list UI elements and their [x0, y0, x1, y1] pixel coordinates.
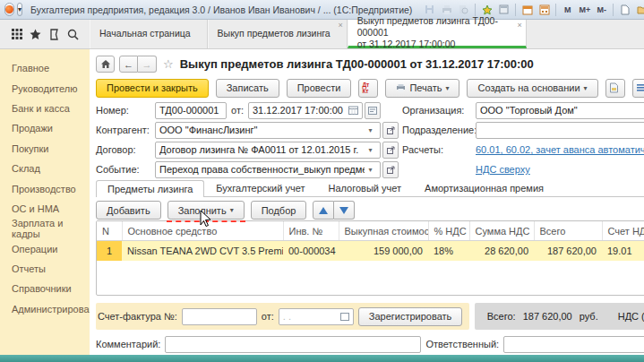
tab-depreciation-bonus[interactable]: Амортизационная премия [413, 179, 555, 196]
contract-input[interactable]: Договор лизинга № ФА0011 от 12.01.2015 г… [155, 142, 381, 159]
tab-leasing-buyout-list[interactable]: Выкуп предметов лизинга × [208, 20, 348, 48]
home-button[interactable] [96, 56, 115, 73]
organization-input[interactable]: ООО "Торговый Дом"▾ [476, 102, 644, 119]
counterparty-open-button[interactable] [382, 122, 399, 139]
open-document-icon[interactable] [634, 3, 644, 17]
number-input[interactable]: ТД00-000001 [155, 102, 227, 119]
invoice-date-input[interactable]: . . [279, 308, 354, 325]
post-button[interactable]: Провести [287, 79, 352, 98]
history-menu-icon[interactable] [47, 27, 62, 41]
event-input[interactable]: Переход права собственности_выкуп предме… [155, 161, 381, 178]
sections-menu-icon[interactable] [9, 27, 24, 41]
sidebar-item-main[interactable]: Главное [0, 58, 90, 78]
file-icon [609, 82, 619, 93]
nav-back-button[interactable]: ← [119, 56, 138, 73]
register-invoice-button[interactable]: Зарегистрировать [358, 307, 463, 326]
move-row-down-button[interactable] [334, 201, 355, 220]
col-buyout-price[interactable]: Выкупная стоимость [339, 221, 428, 241]
tab-home-page[interactable]: Начальная страница [90, 20, 208, 48]
sidebar-item-operations[interactable]: Операции [0, 239, 90, 259]
currency-label: руб. [580, 311, 598, 322]
comment-input[interactable] [165, 336, 421, 353]
tab-leasing-buyout-document[interactable]: Выкуп предметов лизинга ТД00-000001 от 3… [348, 20, 527, 48]
nav-forward-button[interactable]: → [138, 56, 157, 73]
calendar-icon[interactable] [340, 313, 349, 321]
post-and-close-button[interactable]: Провести и закрыть [96, 79, 209, 98]
global-search-icon[interactable] [65, 27, 81, 41]
pick-button[interactable]: Подбор [251, 201, 307, 220]
counterparty-input[interactable]: ООО "ФинансЛизинг"▾ [155, 122, 381, 139]
fill-button[interactable]: Заполнить▾ [167, 201, 245, 220]
table-row[interactable]: 1 Nissan TEANA 2WD CVT 3.5 Premium 00-00… [97, 241, 644, 261]
memory-m-button[interactable]: M [560, 3, 575, 17]
responsible-input[interactable]: ▾ [503, 336, 644, 353]
sidebar-item-sales[interactable]: Продажи [0, 118, 90, 138]
show-postings-button[interactable]: ДтКт [358, 79, 378, 98]
col-total[interactable]: Всего [534, 221, 602, 241]
total-value: 187 620,00 [523, 311, 572, 322]
tab-close-icon[interactable]: × [517, 22, 521, 30]
contract-open-button[interactable] [382, 142, 399, 159]
event-open-button[interactable] [382, 161, 399, 178]
department-input[interactable]: ▾ [476, 122, 644, 139]
chevron-down-icon[interactable]: ▾ [365, 126, 376, 134]
calculator-icon[interactable] [537, 3, 552, 17]
save-button[interactable]: Записать [216, 79, 279, 98]
table-header-row: N Основное средство Инв. № Выкупная стои… [97, 221, 644, 241]
sidebar-item-administration[interactable]: Администрирование [0, 299, 90, 319]
calendar-icon[interactable] [348, 106, 358, 115]
create-based-on-button[interactable]: Создать на основании▾ [467, 79, 597, 98]
chevron-down-icon: ▾ [584, 84, 588, 92]
printer-icon [396, 83, 406, 92]
sidebar-item-warehouse[interactable]: Склад [0, 159, 90, 178]
set-time-button[interactable] [365, 102, 381, 119]
list-icon [636, 83, 644, 93]
settlements-link[interactable]: 60.01, 60.02, зачет аванса автоматически [476, 144, 644, 155]
tab-leasing-items[interactable]: Предметы лизинга [96, 180, 204, 197]
totals-panel: Всего: 187 620,00 руб. НДС (в т.ч.): 28 … [475, 303, 644, 330]
attached-files-button[interactable] [605, 79, 625, 98]
col-fixed-asset[interactable]: Основное средство [122, 221, 283, 241]
sidebar-item-reports[interactable]: Отчеты [0, 259, 90, 279]
sidebar-item-directories[interactable]: Справочники [0, 279, 90, 298]
memory-m-plus-button[interactable]: M+ [577, 3, 592, 17]
vat-total-label: НДС (в т.ч.): [618, 311, 644, 322]
arrow-up-icon [319, 207, 328, 214]
col-vat-percent[interactable]: % НДС [428, 221, 469, 241]
sidebar-item-production[interactable]: Производство [0, 178, 90, 198]
new-document-icon[interactable] [617, 3, 632, 17]
date-input[interactable]: 31.12.2017 17:00:00 [248, 102, 363, 119]
favorite-star-icon[interactable]: ☆ [163, 57, 174, 71]
print-button[interactable]: Печать▾ [385, 79, 459, 98]
vat-method-link[interactable]: НДС сверху [476, 164, 530, 175]
chevron-down-icon[interactable]: ▾ [365, 146, 376, 154]
tab-tax-accounting[interactable]: Налоговый учет [316, 179, 413, 196]
app-menu-button[interactable] [4, 3, 14, 16]
document-title: Выкуп предметов лизинга ТД00-000001 от 3… [180, 57, 534, 71]
col-inventory-number[interactable]: Инв. № [283, 221, 339, 241]
sidebar-item-fixed-assets[interactable]: ОС и НМА [0, 199, 90, 219]
col-n[interactable]: N [97, 221, 122, 241]
sidebar-item-payroll[interactable]: Зарплата и кадры [0, 219, 90, 238]
sidebar-item-purchases[interactable]: Покупки [0, 139, 90, 159]
calendar-icon[interactable] [519, 3, 535, 17]
invoice-number-input[interactable] [182, 308, 257, 325]
document-form: ← → ☆ Выкуп предметов лизинга ТД00-00000… [90, 49, 644, 355]
tab-accounting[interactable]: Бухгалтерский учет [204, 179, 316, 196]
document-structure-button[interactable] [632, 79, 644, 98]
col-vat-account[interactable]: Счет НДС [602, 221, 644, 241]
open-icon [387, 166, 395, 174]
tab-close-icon[interactable]: × [338, 22, 342, 30]
add-row-button[interactable]: Добавить [96, 201, 161, 220]
sidebar-item-bank-cash[interactable]: Банк и касса [0, 99, 90, 118]
cell-total: 187 620,00 [534, 241, 602, 261]
chevron-down-icon[interactable]: ▾ [365, 166, 376, 174]
col-vat-sum[interactable]: Сумма НДС [469, 221, 534, 241]
app-menu-dropdown[interactable]: ▾ [17, 3, 22, 16]
favorites-icon[interactable] [28, 27, 43, 41]
move-row-up-button[interactable] [313, 201, 334, 220]
comment-label: Комментарий: [96, 339, 160, 349]
memory-m-minus-button[interactable]: M- [594, 3, 609, 17]
leasing-items-table: N Основное средство Инв. № Выкупная стои… [96, 220, 644, 297]
sidebar-item-manager[interactable]: Руководителю [0, 78, 90, 98]
